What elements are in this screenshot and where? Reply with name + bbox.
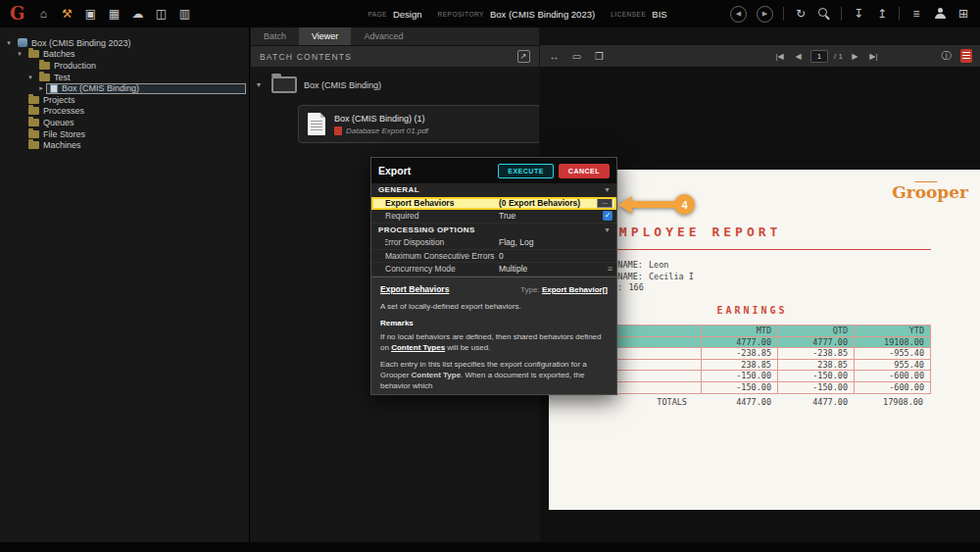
tree-item[interactable]: ▾Box (CMIS Binding 2023): [0, 37, 249, 49]
last-page-icon[interactable]: ▶|: [867, 52, 880, 61]
tree-item[interactable]: Production: [0, 60, 249, 72]
bottom-strip: [0, 542, 980, 552]
menu-icon[interactable]: ≡: [608, 264, 612, 274]
help-type: Type: Export Behavior[]: [520, 284, 608, 295]
chevron-down-icon[interactable]: ▾: [606, 226, 610, 234]
apps-icon[interactable]: ⊞: [956, 6, 970, 22]
tree-item-label: Projects: [43, 95, 75, 105]
property-value[interactable]: 0: [499, 251, 612, 261]
popout-icon[interactable]: ↗: [517, 50, 530, 63]
next-page-icon[interactable]: ▶: [849, 52, 861, 61]
checkbox-checked[interactable]: ✓: [603, 211, 612, 221]
tree-item[interactable]: Machines: [0, 139, 249, 151]
ellipsis-button[interactable]: ...: [597, 197, 612, 208]
section-header[interactable]: PROCESSING OPTIONS▾: [371, 224, 616, 237]
thumbnails-icon[interactable]: ❒: [593, 51, 606, 62]
chevron-down-icon[interactable]: ▾: [257, 80, 265, 89]
pdf-export-icon[interactable]: [960, 49, 972, 63]
doc-table-header: Desc.MTDQTDYTD: [574, 326, 930, 337]
cancel-button[interactable]: CANCEL: [559, 164, 610, 178]
page-value[interactable]: Design: [393, 9, 422, 20]
search-icon[interactable]: [817, 6, 831, 22]
doc-table-row: MATCH238.85238.85955.40: [574, 360, 930, 372]
stats-icon[interactable]: ▥: [177, 6, 191, 22]
property-row[interactable]: Concurrency ModeMultiple≡: [371, 263, 616, 276]
tree-expander-icon[interactable]: ▾: [15, 50, 24, 58]
tree-item[interactable]: ▾Test: [0, 72, 249, 83]
node-tree-panel: ▾Box (CMIS Binding 2023)▾BatchesProducti…: [0, 27, 250, 542]
tab-advanced[interactable]: Advanced: [351, 27, 416, 45]
nav-forward-icon[interactable]: ▶: [757, 6, 773, 23]
tree-item[interactable]: Queues: [0, 117, 249, 128]
type-link[interactable]: Export Behavior[]: [542, 285, 608, 294]
folder-icon: [28, 50, 39, 58]
tree-item-label: Test: [54, 73, 71, 82]
cloud-icon[interactable]: ☁: [130, 6, 144, 22]
tree-item-label-box: Box (CMIS Binding): [46, 83, 246, 94]
review-icon[interactable]: ◫: [154, 6, 168, 22]
tree-item[interactable]: ▾Batches: [0, 49, 249, 61]
fit-page-icon[interactable]: ▭: [570, 51, 583, 62]
tree-item[interactable]: ▸Box (CMIS Binding): [0, 82, 249, 94]
design-tools-icon[interactable]: ⚒: [60, 6, 74, 22]
archive-icon[interactable]: ▣: [83, 6, 97, 22]
tree-item-label-box: Queues: [24, 117, 78, 127]
divider: [899, 7, 900, 21]
batch-folder-row[interactable]: ▾ Box (CMIS Binding): [257, 76, 535, 93]
tasks-icon[interactable]: ▦: [107, 6, 121, 22]
info-icon[interactable]: ⓘ: [940, 49, 953, 63]
chevron-down-icon[interactable]: ▾: [606, 185, 610, 194]
property-row[interactable]: Maximum Consecutive Errors0: [371, 250, 616, 264]
tree-item[interactable]: File Stores: [0, 128, 249, 140]
page-number-input[interactable]: [810, 50, 828, 63]
tree-expander-icon[interactable]: ▾: [25, 74, 35, 81]
doc-table-row: CHILD-150.00-150.00-600.00: [574, 382, 930, 394]
tree-item[interactable]: Projects: [0, 94, 249, 106]
property-row[interactable]: Export Behaviors(0 Export Behaviors)...: [371, 197, 616, 211]
divider: [783, 7, 784, 21]
property-value[interactable]: True: [499, 211, 603, 221]
content-types-link[interactable]: Content Types: [391, 343, 445, 352]
batch-folder-label: Box (CMIS Binding): [304, 80, 381, 90]
execute-button[interactable]: EXECUTE: [498, 164, 554, 178]
prev-page-icon[interactable]: ◀: [792, 52, 805, 61]
property-value[interactable]: Multiple: [499, 264, 608, 274]
download-icon[interactable]: ↧: [852, 6, 865, 22]
layers-icon[interactable]: ≡: [909, 6, 923, 22]
title-rule: [573, 249, 931, 250]
property-value[interactable]: (0 Export Behaviors): [499, 198, 597, 208]
document-card[interactable]: Box (CMIS Binding) (1) Database Export 0…: [298, 105, 539, 143]
tree-expander-icon[interactable]: ▸: [36, 84, 46, 92]
document-title: EMPLOYEE REPORT: [608, 225, 781, 239]
property-value[interactable]: Flag, Log: [499, 237, 612, 247]
tree-expander-icon[interactable]: ▾: [4, 39, 14, 47]
property-name: Maximum Consecutive Errors: [385, 251, 499, 261]
fit-width-icon[interactable]: ↔: [548, 51, 561, 62]
pdf-icon: [334, 126, 342, 135]
property-row[interactable]: ▸Error DispositionFlag, Log: [371, 236, 616, 250]
property-row[interactable]: RequiredTrue✓: [371, 210, 616, 224]
grooper-logo-icon[interactable]: G: [10, 0, 24, 27]
upload-icon[interactable]: ↥: [875, 6, 889, 22]
tree-item-label-box: Box (CMIS Binding 2023): [14, 37, 135, 48]
tab-batch[interactable]: Batch: [251, 27, 299, 45]
section-header[interactable]: GENERAL▾: [371, 183, 616, 197]
user-icon[interactable]: [933, 6, 947, 22]
nav-back-icon[interactable]: ◀: [730, 6, 747, 23]
home-icon[interactable]: ⌂: [36, 6, 50, 22]
tab-viewer[interactable]: Viewer: [299, 27, 351, 45]
first-page-icon[interactable]: |◀: [773, 52, 786, 61]
refresh-icon[interactable]: ↻: [794, 6, 808, 22]
tree-item-label-box: Projects: [24, 94, 79, 105]
licensee-value: BIS: [652, 9, 666, 20]
help-header: Export Behaviors Type: Export Behavior[]: [380, 284, 608, 296]
topbar-right-icons: ◀▶↻↧↥≡⊞: [730, 6, 970, 23]
dialog-title-bar[interactable]: Export EXECUTE CANCEL: [371, 158, 616, 183]
grooper-app: G ⌂⚒▣▦☁◫▥ PAGE Design REPOSITORY Box (CM…: [0, 0, 980, 552]
tree-item[interactable]: Processes: [0, 106, 249, 118]
doc-field-value: 166: [628, 282, 643, 292]
repository-value[interactable]: Box (CMIS Binding 2023): [490, 9, 595, 20]
document-file-name: Database Export 01.pdf: [346, 126, 428, 135]
tabs: BatchViewerAdvanced: [251, 27, 539, 45]
property-name: Concurrency Mode: [385, 264, 499, 274]
